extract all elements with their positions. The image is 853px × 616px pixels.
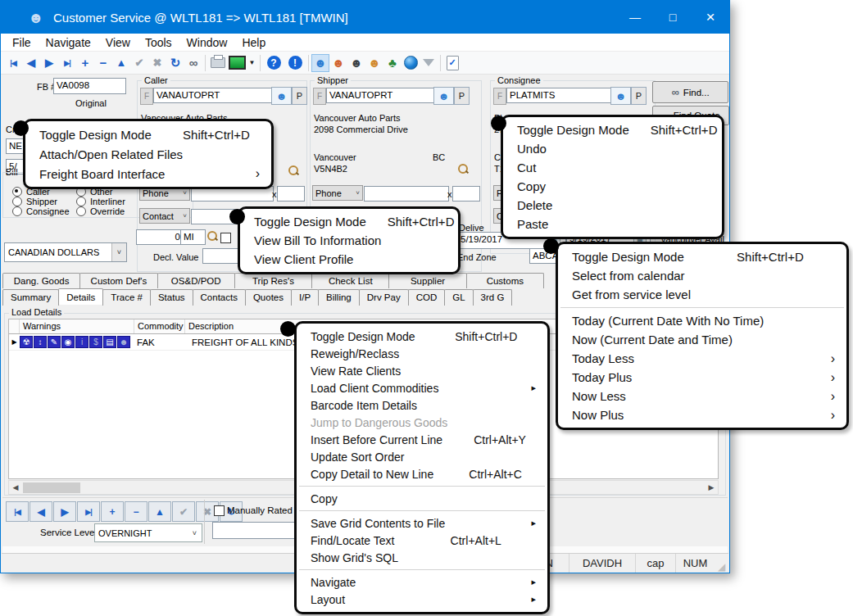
menu-item[interactable]: Copy xyxy=(297,490,547,507)
title-bar[interactable]: ☻ Customer Service @ WLTL181 => WLTL181 … xyxy=(1,1,729,34)
menu-item[interactable]: Save Grid Contents to File ▸ xyxy=(297,514,547,532)
document-check-icon[interactable]: ✓ xyxy=(443,54,461,72)
tab[interactable]: Status xyxy=(150,289,193,306)
context-menu-grid[interactable]: Toggle Design Mode Shift+Ctrl+D Reweigh/… xyxy=(294,321,550,614)
menu-item[interactable]: Copy xyxy=(503,177,722,196)
manually-rated-checkbox[interactable] xyxy=(214,505,225,516)
prior-record-icon[interactable]: ◀ xyxy=(22,54,40,72)
menubar-item[interactable]: Window xyxy=(179,36,235,49)
menu-item[interactable]: View Client Profile xyxy=(240,250,458,269)
menu-item[interactable]: Now Plus › xyxy=(558,405,846,424)
menu-item[interactable]: Toggle Design Mode Shift+Ctrl+D xyxy=(240,212,458,231)
consignee-code-input[interactable]: PLATMITS xyxy=(506,88,612,103)
tab[interactable]: Custom Def's xyxy=(79,273,157,288)
alert-icon[interactable]: ! xyxy=(286,54,304,72)
monitor-dropdown-icon[interactable]: ▼ xyxy=(247,54,257,72)
customer-computer-icon[interactable]: ☻ xyxy=(329,54,347,72)
shipper-profile-button[interactable]: P xyxy=(454,87,470,105)
menu-item[interactable]: Today Plus › xyxy=(558,368,846,387)
context-menu-edit[interactable]: Toggle Design Mode Shift+Ctrl+D Undo Cut… xyxy=(501,115,724,239)
service-level-select[interactable]: OVERNIGHT ˅ xyxy=(94,523,202,542)
rate-input[interactable] xyxy=(212,522,303,539)
tab[interactable]: Dang. Goods xyxy=(2,273,80,288)
post-record-icon[interactable]: ✔ xyxy=(130,54,148,72)
tab[interactable]: Contacts xyxy=(193,289,246,306)
tab[interactable]: I/P xyxy=(291,289,319,306)
tab[interactable]: GL xyxy=(444,289,473,306)
menu-item[interactable]: Load Client Commodities ▸ xyxy=(297,379,547,396)
scroll-left-icon[interactable]: ◀ xyxy=(9,481,22,494)
menu-item[interactable]: Reweigh/Reclass xyxy=(297,345,547,362)
commodity-cell[interactable]: FAK xyxy=(134,337,188,347)
globe-icon[interactable] xyxy=(402,54,420,72)
next-row-icon[interactable]: ▶ xyxy=(53,501,76,522)
consignee-client-icon-button[interactable]: ☻ xyxy=(610,87,631,105)
insert-row-icon[interactable]: + xyxy=(101,501,124,522)
currency-select[interactable]: CANADIAN DOLLARS ˅ xyxy=(4,242,127,262)
menu-item[interactable]: Barcode Item Details xyxy=(297,396,547,414)
menu-item[interactable]: Undo xyxy=(503,139,722,158)
insert-record-icon[interactable]: + xyxy=(76,54,94,72)
distance-input[interactable]: 0 xyxy=(136,229,184,245)
tab[interactable]: 3rd G xyxy=(473,289,513,306)
menu-item[interactable]: Find/Locate Text Ctrl+Alt+L xyxy=(297,532,547,549)
first-record-icon[interactable]: |◀ xyxy=(4,54,22,72)
menu-item[interactable]: Freight Board Interface › xyxy=(25,164,271,183)
tab[interactable]: Check List xyxy=(311,273,389,288)
menubar-item[interactable]: File xyxy=(5,36,39,49)
distance-magnifier-icon[interactable] xyxy=(207,231,218,242)
bill-to-radio[interactable]: Override xyxy=(76,206,125,216)
menu-item[interactable]: Delete xyxy=(503,196,722,215)
menu-item[interactable]: Insert Before Current Line Ctrl+Alt+Y xyxy=(297,431,547,448)
menu-item[interactable]: Toggle Design Mode Shift+Ctrl+D xyxy=(503,120,722,139)
distance-unit-input[interactable]: MI xyxy=(180,229,206,245)
tab[interactable]: Drv Pay xyxy=(359,289,409,306)
caller-contact-dropdown[interactable]: Contact˅ xyxy=(139,208,190,224)
caller-ext-input[interactable] xyxy=(277,186,305,202)
grid-header-warnings[interactable]: Warnings xyxy=(20,319,134,333)
description-cell[interactable]: FREIGHT OF ALL KINDS xyxy=(188,337,298,347)
find-button[interactable]: ∞ Find... xyxy=(652,81,728,103)
resize-grip-icon[interactable]: ◢ xyxy=(715,554,728,573)
edit-record-icon[interactable]: ▲ xyxy=(112,54,130,72)
menubar-item[interactable]: Tools xyxy=(138,36,179,49)
tab[interactable]: Trip Res's xyxy=(234,273,312,288)
shipper-phone-dropdown[interactable]: Phone˅ xyxy=(312,185,363,201)
scrollbar-thumb[interactable] xyxy=(23,482,80,493)
consignee-profile-button[interactable]: P xyxy=(631,87,647,105)
last-record-icon[interactable]: ▶| xyxy=(58,54,76,72)
menu-item[interactable]: Today Less › xyxy=(558,349,846,368)
menu-item[interactable]: Now (Current Date and Time) xyxy=(558,330,846,349)
delete-row-icon[interactable]: − xyxy=(125,501,147,522)
filter-icon[interactable] xyxy=(420,54,438,72)
shipper-ext-input[interactable] xyxy=(452,186,480,202)
fb-number-input[interactable]: VA0098 xyxy=(53,78,126,94)
menu-item[interactable]: Cut xyxy=(503,158,722,177)
tab[interactable]: OS&D/POD xyxy=(157,273,235,288)
tab[interactable]: Customs xyxy=(466,273,544,288)
menu-item[interactable]: Navigate ▸ xyxy=(297,573,547,591)
prior-row-icon[interactable]: ◀ xyxy=(29,501,52,522)
menu-item[interactable]: Attach/Open Related Files xyxy=(25,144,271,164)
post-row-icon[interactable]: ✔ xyxy=(172,501,195,522)
first-row-icon[interactable]: |◀ xyxy=(6,501,29,522)
tab[interactable]: Supplier xyxy=(388,273,466,288)
menu-item[interactable]: Toggle Design Mode Shift+Ctrl+D xyxy=(297,328,547,345)
menu-item[interactable]: Select from calendar xyxy=(558,266,846,285)
caller-magnifier-icon[interactable] xyxy=(288,165,299,176)
monitor-icon[interactable] xyxy=(229,56,246,70)
personnel-icon[interactable]: ☻ xyxy=(365,54,383,72)
grid-header-commodity[interactable]: Commodity xyxy=(134,319,185,333)
menu-item[interactable]: Get from service level xyxy=(558,285,846,304)
tab[interactable]: Billing xyxy=(318,289,360,306)
distance-checkbox[interactable] xyxy=(220,233,231,243)
tree-icon[interactable]: ♣ xyxy=(383,54,402,72)
menu-item[interactable]: Copy Detail to New Line Ctrl+Alt+C xyxy=(297,465,547,482)
shipper-f-button[interactable]: F xyxy=(313,88,326,105)
chevron-down-icon[interactable]: ˅ xyxy=(111,243,126,261)
shipper-code-input[interactable]: VANAUTOPRT xyxy=(326,88,435,103)
cancel-record-icon[interactable]: ✖ xyxy=(148,54,166,72)
refresh-icon[interactable]: ↻ xyxy=(166,54,184,72)
last-row-icon[interactable]: ▶| xyxy=(77,501,100,522)
menubar-item[interactable]: Navigate xyxy=(39,36,98,49)
